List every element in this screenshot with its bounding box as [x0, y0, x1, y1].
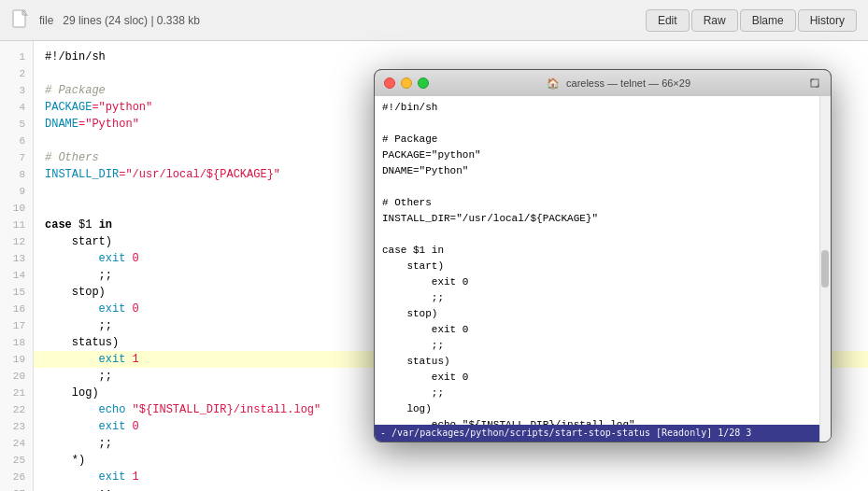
- line-number: 19: [0, 351, 33, 368]
- terminal-title: 🏠 careless — telnet — 66×29: [429, 77, 808, 90]
- terminal-line: exit 0: [382, 322, 812, 338]
- history-button[interactable]: History: [798, 9, 857, 32]
- terminal-line: # Others: [382, 195, 812, 211]
- toolbar-buttons: Edit Raw Blame History: [646, 9, 857, 32]
- code-line: exit 1: [34, 469, 868, 485]
- terminal-line: #!/bin/sh: [382, 100, 812, 116]
- terminal-title-text: careless — telnet — 66×29: [566, 77, 690, 89]
- terminal-scrollbar[interactable]: [819, 96, 831, 442]
- file-icon: [11, 9, 30, 32]
- line-number: 16: [0, 301, 33, 317]
- terminal-line: log): [382, 401, 812, 417]
- line-number: 8: [0, 166, 33, 183]
- terminal-line: INSTALL_DIR="/usr/local/${PACKAGE}": [382, 211, 812, 227]
- terminal-line: status): [382, 354, 812, 370]
- line-number: 9: [0, 183, 33, 200]
- line-numbers: 1234567891011121314151617181920212223242…: [0, 41, 34, 491]
- terminal-content-area: #!/bin/sh# PackagePACKAGE="python"DNAME=…: [375, 96, 831, 442]
- terminal-scrollbar-thumb: [821, 250, 829, 288]
- blame-button[interactable]: Blame: [740, 9, 796, 32]
- terminal-line: [382, 227, 812, 243]
- terminal-status-bar: - /var/packages/python/scripts/start-sto…: [375, 425, 819, 442]
- terminal-line: [382, 116, 812, 132]
- terminal-line: ;;: [382, 386, 812, 401]
- terminal-line: exit 0: [382, 274, 812, 290]
- line-number: 25: [0, 452, 33, 469]
- terminal-window: 🏠 careless — telnet — 66×29 #!/bin/sh# P…: [374, 69, 832, 442]
- code-line: #!/bin/sh: [34, 49, 868, 65]
- terminal-line: stop): [382, 306, 812, 322]
- terminal-line: exit 0: [382, 370, 812, 386]
- line-number: 13: [0, 250, 33, 267]
- edit-button[interactable]: Edit: [646, 9, 690, 32]
- terminal-line: DNAME="Python": [382, 163, 812, 179]
- terminal-line: # Package: [382, 132, 812, 147]
- toolbar: file 29 lines (24 sloc) | 0.338 kb Edit …: [0, 0, 868, 41]
- raw-button[interactable]: Raw: [691, 9, 738, 32]
- file-name: file: [39, 14, 53, 27]
- line-number: 6: [0, 133, 33, 149]
- terminal-close-button[interactable]: [384, 77, 395, 89]
- terminal-line: ;;: [382, 338, 812, 354]
- terminal-title-icon: 🏠: [547, 77, 560, 89]
- terminal-body: #!/bin/sh# PackagePACKAGE="python"DNAME=…: [375, 96, 831, 442]
- line-number: 20: [0, 368, 33, 385]
- main-content: 1234567891011121314151617181920212223242…: [0, 41, 868, 491]
- toolbar-left: file 29 lines (24 sloc) | 0.338 kb: [11, 9, 200, 32]
- terminal-line: [382, 179, 812, 195]
- line-number: 7: [0, 149, 33, 166]
- line-number: 18: [0, 334, 33, 351]
- line-number: 24: [0, 435, 33, 452]
- terminal-line: case $1 in: [382, 243, 812, 259]
- line-number: 4: [0, 99, 33, 116]
- line-number: 5: [0, 116, 33, 133]
- svg-rect-1: [811, 79, 818, 87]
- file-meta: 29 lines (24 sloc) | 0.338 kb: [63, 14, 200, 27]
- line-number: 2: [0, 65, 33, 82]
- code-line: *): [34, 452, 868, 469]
- terminal-line: ;;: [382, 290, 812, 306]
- line-number: 11: [0, 217, 33, 233]
- code-line: ;;: [34, 485, 868, 491]
- terminal-window-controls: [384, 77, 429, 89]
- line-number: 14: [0, 267, 33, 284]
- terminal-line: start): [382, 259, 812, 274]
- line-number: 1: [0, 49, 33, 65]
- line-number: 27: [0, 485, 33, 491]
- terminal-maximize-button[interactable]: [418, 77, 429, 89]
- line-number: 12: [0, 233, 33, 250]
- terminal-titlebar: 🏠 careless — telnet — 66×29: [375, 70, 831, 96]
- line-number: 21: [0, 385, 33, 401]
- terminal-line: PACKAGE="python": [382, 147, 812, 163]
- line-number: 10: [0, 200, 33, 217]
- line-number: 26: [0, 469, 33, 485]
- line-number: 17: [0, 317, 33, 334]
- line-number: 15: [0, 284, 33, 301]
- line-number: 23: [0, 418, 33, 435]
- line-number: 3: [0, 82, 33, 99]
- terminal-expand-icon[interactable]: [808, 77, 821, 90]
- terminal-minimize-button[interactable]: [401, 77, 412, 89]
- line-number: 22: [0, 401, 33, 418]
